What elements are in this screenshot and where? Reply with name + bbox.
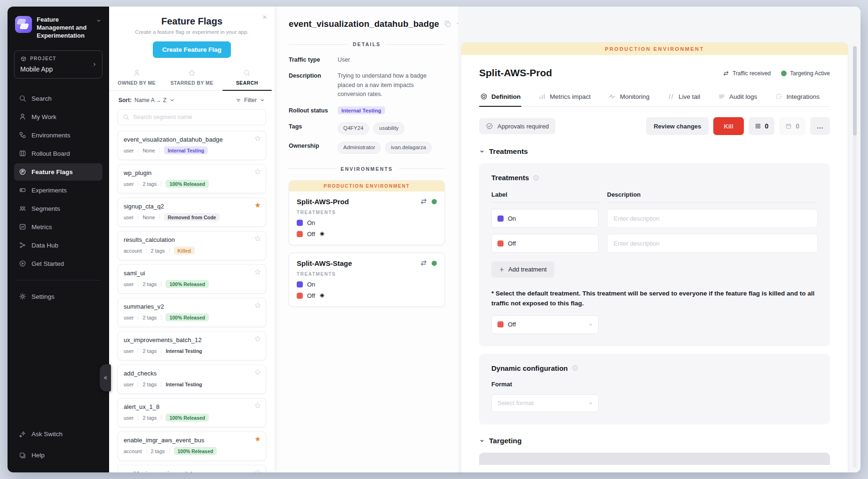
- scrollbar-thumb[interactable]: [853, 46, 857, 136]
- workspace-header[interactable]: Feature Management and Experimentation: [14, 16, 103, 40]
- sidebar-item-settings[interactable]: Settings: [14, 288, 103, 305]
- owner-pill[interactable]: Administrator: [338, 142, 381, 154]
- chevron-down-icon[interactable]: [96, 18, 102, 24]
- flag-list-item[interactable]: results_calculation account2 tagsKilled: [118, 231, 266, 260]
- treatment-description-input[interactable]: [607, 234, 818, 253]
- info-icon[interactable]: [533, 175, 539, 181]
- info-icon[interactable]: [572, 365, 578, 371]
- star-icon[interactable]: [254, 369, 261, 377]
- targeting-card-partial: [479, 453, 830, 465]
- book-icon: [19, 452, 26, 459]
- environment-tabs: Definition Metrics impact Monitoring: [479, 90, 830, 107]
- flag-list-item[interactable]: alert_ux_1_8 user2 tags100% Released: [118, 398, 266, 427]
- tab-audit-logs[interactable]: Audit logs: [717, 90, 758, 106]
- kill-button[interactable]: Kill: [713, 117, 743, 135]
- tab-live-tail[interactable]: Live tail: [666, 90, 701, 106]
- tag-pill[interactable]: usability: [373, 122, 404, 135]
- format-select[interactable]: Select format: [491, 394, 599, 412]
- sidebar-item-feature-flags[interactable]: Feature Flags: [14, 163, 103, 181]
- tab-monitoring[interactable]: Monitoring: [608, 90, 650, 106]
- treatment-label-input-off[interactable]: Off: [491, 234, 599, 253]
- flag-list-item[interactable]: ux_improvements_batch_12 user2 tagsInter…: [118, 331, 266, 360]
- tab-starred-by-me[interactable]: STARRED BY ME: [164, 67, 219, 90]
- sidebar-item-segments[interactable]: Segments: [14, 200, 103, 217]
- tab-search[interactable]: SEARCH: [220, 67, 275, 90]
- sidebar-item-get-started[interactable]: Get Started: [14, 255, 103, 272]
- sidebar-collapse-handle[interactable]: [100, 364, 111, 391]
- close-icon[interactable]: ×: [262, 13, 267, 21]
- star-icon[interactable]: [254, 402, 261, 411]
- app-title: Feature Management and Experimentation: [37, 16, 91, 40]
- sidebar-item-metrics[interactable]: Metrics: [14, 218, 103, 236]
- default-treatment-select[interactable]: Off: [491, 315, 599, 334]
- default-treatment-asterisk-icon: [319, 293, 325, 298]
- flag-list-item[interactable]: enable_imgr_aws_event_bus account2 tags1…: [118, 431, 266, 461]
- owner-pill[interactable]: ivan.delagarza: [385, 142, 432, 154]
- status-badge: Internal Testing: [164, 146, 208, 154]
- treatment-label-input-on[interactable]: On: [491, 209, 599, 228]
- sidebar-item-experiments[interactable]: Experiments: [14, 182, 103, 199]
- sidebar-item-data-hub[interactable]: Data Hub: [14, 237, 103, 254]
- sidebar-item-my-work[interactable]: My Work: [14, 108, 103, 126]
- sidebar-item-search[interactable]: Search: [14, 90, 103, 107]
- feature-flag-version-count-button[interactable]: 0: [749, 117, 775, 135]
- add-treatment-button[interactable]: Add treatment: [491, 261, 554, 278]
- sparkles-icon: [19, 431, 26, 438]
- treatment-swatch-red: [297, 293, 303, 299]
- sidebar-footer: Ask Switch Help: [14, 425, 103, 464]
- flag-list-item[interactable]: signup_cta_q2 userNoneRemoved from Code: [118, 198, 266, 227]
- treatments-section-toggle[interactable]: Treatments: [479, 147, 830, 156]
- flag-search-input[interactable]: [133, 114, 261, 120]
- treatment-description-input[interactable]: [607, 209, 818, 228]
- tab-integrations[interactable]: Integrations: [774, 90, 821, 106]
- more-options-button[interactable]: ...: [810, 117, 830, 135]
- project-selector[interactable]: PROJECT Mobile App: [14, 50, 103, 79]
- search-icon: [123, 114, 129, 120]
- tab-definition[interactable]: Definition: [479, 90, 521, 106]
- tag-pill[interactable]: Q4FY24: [338, 122, 369, 135]
- sidebar-item-rollout-board[interactable]: Rollout Board: [14, 145, 103, 162]
- flag-list-item[interactable]: saml_ui user2 tags100% Released: [118, 264, 266, 294]
- star-icon[interactable]: [254, 469, 261, 472]
- flag-list-item[interactable]: event_visualization_datahub_badge userNo…: [118, 131, 266, 160]
- flag-circle-icon: [19, 168, 26, 176]
- environment-card-prod[interactable]: PRODUCTION ENVIRONMENT Split-AWS-Prod TR…: [289, 180, 445, 245]
- star-icon[interactable]: [254, 335, 261, 344]
- sidebar-item-environments[interactable]: Environments: [14, 127, 103, 144]
- details-section-header: DETAILS: [289, 41, 445, 47]
- sidebar-item-help[interactable]: Help: [14, 447, 103, 464]
- flag-list-item[interactable]: wp_plugin user2 tags100% Released: [118, 164, 266, 193]
- star-icon[interactable]: [254, 302, 261, 311]
- treatment-on: On: [297, 219, 437, 226]
- field-rollout-status: Rollout status Internal Testing: [289, 106, 445, 115]
- star-filled-icon[interactable]: [254, 202, 261, 210]
- star-icon[interactable]: [254, 235, 261, 244]
- create-feature-flag-button[interactable]: Create Feature Flag: [153, 41, 231, 58]
- board-columns-icon: [19, 150, 26, 157]
- rollout-status-badge: Internal Testing: [338, 106, 385, 114]
- environment-name: Split-AWS-Prod: [479, 67, 552, 79]
- filter-control[interactable]: Filter: [236, 97, 265, 104]
- flag-detail-panel: event_visualization_datahub_badge DETAIL…: [275, 7, 458, 472]
- star-icon[interactable]: [254, 269, 261, 277]
- flag-list-item[interactable]: add_checks user2 tagsInternal Testing: [118, 365, 266, 394]
- targeting-section-toggle[interactable]: Targeting: [479, 437, 830, 445]
- vertical-scrollbar[interactable]: [853, 46, 857, 468]
- tab-owned-by-me[interactable]: OWNED BY ME: [109, 67, 164, 90]
- review-changes-button[interactable]: Review changes: [646, 117, 709, 135]
- flag-list-item[interactable]: enable_impressions_stats account2 tagsPr…: [118, 465, 266, 472]
- traffic-arrows-icon: [723, 70, 729, 77]
- environment-card-stage[interactable]: Split-AWS-Stage TREATMENTS On Off: [289, 253, 445, 307]
- star-icon[interactable]: [254, 135, 261, 144]
- project-name: Mobile App: [20, 65, 96, 73]
- star-icon[interactable]: [254, 168, 261, 177]
- field-traffic-type: Traffic type User: [289, 56, 445, 64]
- flag-list-item[interactable]: summaries_v2 user2 tags100% Released: [118, 298, 266, 327]
- pulse-icon: [608, 93, 616, 100]
- copy-icon[interactable]: [444, 20, 451, 28]
- star-filled-icon[interactable]: [254, 436, 261, 444]
- sort-control[interactable]: Sort: Name A → Z: [118, 97, 175, 104]
- flag-list: event_visualization_datahub_badge userNo…: [109, 125, 275, 472]
- sidebar-item-ask-switch[interactable]: Ask Switch: [14, 425, 103, 443]
- tab-metrics-impact[interactable]: Metrics impact: [537, 90, 592, 106]
